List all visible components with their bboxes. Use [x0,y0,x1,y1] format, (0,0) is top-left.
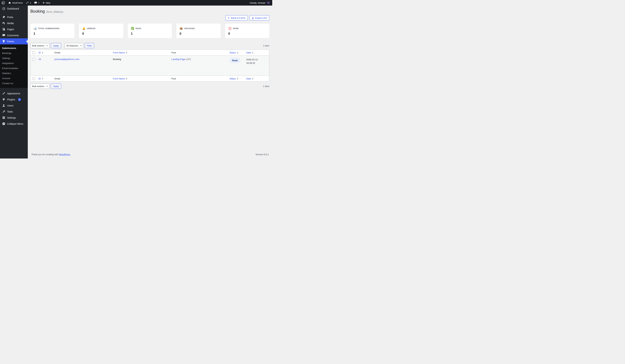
home-icon [8,1,11,4]
submenu-item-contact-us[interactable]: Contact Us [0,81,28,86]
submenu-item-submissions[interactable]: Submissions [0,46,28,51]
sidebar-item-label: Plugins [7,98,15,101]
sidebar-item-forms[interactable]: Forms [0,38,28,44]
submenu-item-bookings[interactable]: Bookings [0,51,28,56]
prohibited-icon: 🚫 [228,27,232,30]
sidebar-separator [0,88,28,90]
site-name: GiraForms [12,1,23,4]
sort-by-status[interactable]: Status [229,77,238,80]
wrench-icon [2,110,5,113]
camera-icon [2,22,5,25]
sidebar-item-posts[interactable]: Posts [0,14,28,20]
submenu-item-settings[interactable]: Settings [0,56,28,61]
sidebar-item-media[interactable]: Media [0,20,28,26]
giraffe-icon [2,40,5,43]
table-header-row: ID Email Form Name Post Status Date [31,50,269,56]
user-icon [2,104,5,107]
sidebar-item-users[interactable]: Users [0,103,28,109]
version-label: Version 6.9.1 [255,153,269,156]
select-all-checkbox[interactable] [32,77,35,80]
site-menu[interactable]: GiraForms [7,0,24,5]
sort-arrows-icon [252,52,253,54]
speech-bubble-icon [2,34,5,37]
apply-button[interactable]: Apply [51,43,61,48]
brush-icon [2,92,5,95]
bell-icon: 🔔 [82,27,85,30]
stat-card-read: ✅ READ 1 [128,24,172,38]
table-row: #3 jonsnow@giraforms.com Booking Landing… [31,56,269,76]
sidebar-item-tools[interactable]: Tools [0,109,28,115]
stat-value: 0 [180,32,217,35]
stat-label: TOTAL SUBMISSIONS [38,28,59,29]
export-csv-button[interactable]: Export CSV [250,15,269,21]
comments-indicator[interactable]: 0 [33,0,41,5]
sort-by-status[interactable]: Status [229,51,238,54]
sidebar-item-appearance[interactable]: Appearance [0,90,28,96]
stat-card-total-submissions: 📊 TOTAL SUBMISSIONS 1 [30,24,74,38]
pushpin-icon [2,15,5,19]
select-all-checkbox[interactable] [32,51,35,54]
submission-id-link[interactable]: #3 [38,58,41,60]
post-link[interactable]: Landing Page [171,58,185,60]
filter-button[interactable]: Filter [85,43,94,48]
sidebar-item-comments[interactable]: Comments [0,32,28,38]
submission-date: 2026-02-12 [246,58,267,61]
row-checkbox[interactable] [32,58,35,61]
my-account-menu[interactable]: Howdy, mickael [248,0,272,5]
page-header: Booking (form_tli9ai1jc) [30,9,269,14]
new-label: New [46,1,50,4]
sidebar-item-label: Settings [7,116,16,119]
comment-count: 0 [38,1,39,4]
main-content: Booking (form_tli9ai1jc) Back to Forms E… [28,5,272,159]
submission-email-link[interactable]: jonsnow@giraforms.com [55,58,79,60]
plug-icon [2,98,5,101]
check-icon: ✅ [131,27,134,30]
apply-button-bottom[interactable]: Apply [51,84,61,89]
submenu-item-email-templates[interactable]: Email templates [0,66,28,71]
collapse-menu-button[interactable]: Collapse Menu [0,121,28,127]
howdy-text: Howdy, mickael [250,1,265,4]
column-header-email: Email [55,77,60,80]
updates-indicator[interactable]: 1 [24,0,32,5]
submission-form-name: Booking [113,58,121,60]
sort-by-date[interactable]: Date [246,51,253,54]
bulk-actions-select-bottom[interactable]: Bulk actions [30,84,50,89]
bulk-actions-select[interactable]: Bulk actions [30,43,50,48]
stat-label: SPAM [233,28,239,29]
new-content-button[interactable]: New [41,0,52,5]
status-filter-select[interactable]: All Statuses [64,43,83,48]
post-id-ref: (#37) [186,58,191,60]
bulk-actions-select-wrap: Bulk actions [30,84,50,89]
stat-label: ARCHIVED [184,28,195,29]
sidebar-item-settings[interactable]: Settings [0,115,28,121]
sort-by-form-name[interactable]: Form Name [113,77,127,80]
sidebar-item-pages[interactable]: Pages [0,26,28,32]
wordpress-link[interactable]: WordPress [59,153,70,156]
column-header-post: Post [171,77,176,80]
sliders-icon [2,116,5,119]
submenu-item-integrations[interactable]: Integrations [0,61,28,66]
forms-submenu: Submissions Bookings Settings Integratio… [0,44,28,88]
update-count: 1 [30,1,31,4]
submission-time: 16:28:20 [246,61,267,65]
sidebar-item-label: Dashboard [7,7,19,10]
submenu-item-account[interactable]: Account [0,76,28,81]
sort-by-id[interactable]: ID [38,51,43,54]
plugins-update-badge: 1 [18,98,21,101]
admin-bar: GiraForms 1 0 New Howdy, mickael [0,0,272,5]
sidebar-item-plugins[interactable]: Plugins 1 [0,96,28,103]
item-count: 1 item [263,44,269,47]
sort-by-form-name[interactable]: Form Name [113,51,127,54]
sort-by-id[interactable]: ID [38,77,43,80]
plus-icon [42,1,45,4]
sort-by-date[interactable]: Date [246,77,253,80]
stat-label: UNREAD [87,28,95,29]
sidebar-item-label: Forms [7,40,14,43]
submenu-item-statistics[interactable]: Statistics [0,71,28,76]
sidebar-item-dashboard[interactable]: Dashboard [0,5,28,12]
wordpress-logo-icon[interactable] [0,0,7,5]
download-icon [252,17,254,19]
bottom-toolbar: Bulk actions Apply 1 item [30,84,269,89]
comment-bubble-icon [34,1,37,4]
back-to-forms-button[interactable]: Back to Forms [225,15,248,21]
